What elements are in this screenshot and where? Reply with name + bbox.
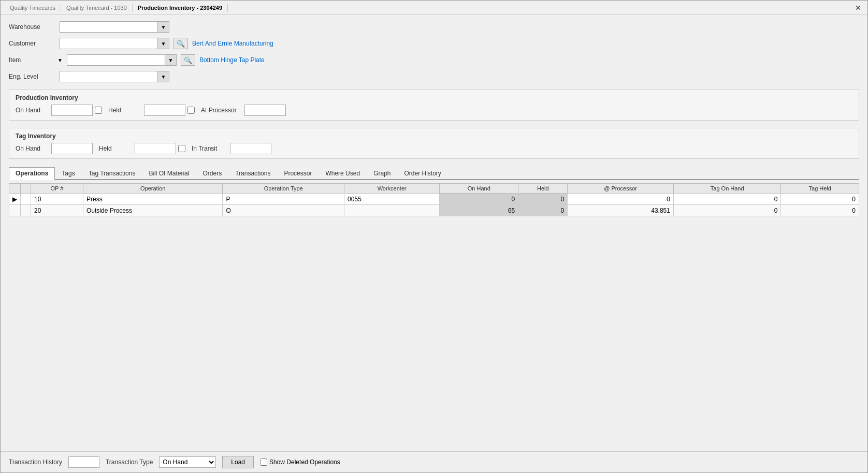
tab-tags[interactable]: Tags — [55, 167, 81, 179]
table-header-row: OP # Operation Operation Type Workcenter… — [9, 184, 859, 194]
table-cell: 0 — [673, 205, 781, 216]
tab-where-used[interactable]: Where Used — [319, 167, 367, 179]
tag-in-transit-field: In Transit 0 — [192, 143, 271, 154]
production-on-hand-label: On Hand — [16, 107, 49, 114]
table-cell: 43.851 — [568, 205, 674, 216]
warehouse-row: Warehouse [All] ▼ — [9, 21, 859, 33]
col-tag-on-hand: Tag On Hand — [673, 184, 781, 194]
item-link[interactable]: Bottom Hinge Tap Plate — [199, 56, 265, 64]
table-cell: 0 — [781, 205, 859, 216]
col-on-hand: On Hand — [440, 184, 518, 194]
customer-dropdown-arrow[interactable]: ▼ — [158, 38, 169, 49]
customer-label: Customer — [9, 40, 55, 47]
show-deleted-checkbox[interactable] — [260, 459, 267, 466]
title-tab-quality-timecard-1030[interactable]: Quality Timecard - 1030 — [61, 4, 133, 12]
footer-bar: Transaction History 30 days Transaction … — [1, 451, 867, 472]
col-held: Held — [518, 184, 568, 194]
tab-orders[interactable]: Orders — [196, 167, 228, 179]
item-input[interactable]: 2304249 — [67, 54, 165, 66]
production-at-processor-input[interactable]: 0 — [244, 105, 286, 116]
table-cell: 10 — [31, 194, 83, 205]
transaction-type-select[interactable]: On HandHeldAt ProcessorTag On HandTag He… — [159, 456, 216, 468]
title-bar: Quality Timecards Quality Timecard - 103… — [1, 1, 867, 15]
operations-table: OP # Operation Operation Type Workcenter… — [9, 183, 859, 216]
production-held-field: Held 0 — [108, 105, 195, 116]
table-row[interactable]: ▶10PressP005500000 — [9, 194, 859, 205]
production-inventory-title: Production Inventory — [16, 94, 852, 101]
item-label: Item — [9, 56, 55, 64]
eng-level-label: Eng. Level — [9, 73, 55, 80]
customer-link[interactable]: Bert And Ernie Manufacturing — [192, 40, 273, 47]
show-deleted-text: Show Deleted Operations — [269, 459, 340, 466]
production-on-hand-checkbox[interactable] — [95, 107, 102, 114]
table-cell — [344, 205, 440, 216]
eng-level-select-wrapper: D ▼ — [60, 71, 169, 82]
production-at-processor-label: At Processor — [201, 107, 242, 114]
title-tab-production-inventory[interactable]: Production Inventory - 2304249 — [133, 4, 228, 12]
tag-held-input[interactable]: 0 — [135, 143, 176, 154]
warehouse-input[interactable]: [All] — [60, 21, 158, 33]
production-inventory-section: Production Inventory On Hand 20 Held 0 A… — [9, 90, 859, 121]
item-search-button[interactable]: 🔍 — [181, 54, 195, 66]
close-button[interactable]: ✕ — [853, 4, 863, 12]
item-dropdown-trigger[interactable]: ▼ — [57, 57, 63, 63]
col-op-num: OP # — [31, 184, 83, 194]
item-label-wrapper: Item ▼ — [9, 56, 63, 64]
tag-on-hand-field: On Hand 27.167 — [16, 143, 93, 154]
item-select-wrapper: 2304249 ▼ — [67, 54, 177, 66]
table-cell: Outside Process — [83, 205, 222, 216]
item-dropdown-arrow[interactable]: ▼ — [165, 54, 177, 66]
transaction-history-input[interactable]: 30 days — [68, 456, 99, 468]
row-check-cell — [21, 205, 31, 216]
tag-on-hand-input[interactable]: 27.167 — [51, 143, 93, 154]
item-row: Item ▼ 2304249 ▼ 🔍 Bottom Hinge Tap Plat… — [9, 54, 859, 66]
row-arrow-cell: ▶ — [9, 194, 21, 205]
tag-inventory-row: On Hand 27.167 Held 0 In Transit 0 — [16, 143, 852, 154]
table-cell: 0 — [518, 205, 568, 216]
tabs-bar: Operations Tags Tag Transactions Bill Of… — [9, 167, 859, 180]
tab-order-history[interactable]: Order History — [398, 167, 448, 179]
production-on-hand-input[interactable]: 20 — [51, 105, 93, 116]
main-window: Quality Timecards Quality Timecard - 103… — [0, 0, 868, 473]
row-arrow-cell — [9, 205, 21, 216]
customer-search-button[interactable]: 🔍 — [173, 38, 188, 49]
production-held-input[interactable]: 0 — [144, 105, 185, 116]
operations-table-container: OP # Operation Operation Type Workcenter… — [9, 183, 859, 445]
tab-tag-transactions[interactable]: Tag Transactions — [82, 167, 142, 179]
col-checkbox — [21, 184, 31, 194]
tab-processor[interactable]: Processor — [277, 167, 319, 179]
title-tab-quality-timecards[interactable]: Quality Timecards — [5, 4, 61, 12]
warehouse-label: Warehouse — [9, 23, 55, 31]
table-cell: 0 — [781, 194, 859, 205]
table-cell: 20 — [31, 205, 83, 216]
production-inventory-row: On Hand 20 Held 0 At Processor 0 — [16, 105, 852, 116]
table-row[interactable]: 20Outside ProcessO65043.85100 — [9, 205, 859, 216]
table-cell: Press — [83, 194, 222, 205]
eng-level-dropdown-arrow[interactable]: ▼ — [158, 71, 169, 82]
col-operation: Operation — [83, 184, 222, 194]
load-button[interactable]: Load — [222, 456, 254, 468]
show-deleted-label[interactable]: Show Deleted Operations — [260, 459, 340, 466]
warehouse-dropdown-arrow[interactable]: ▼ — [158, 21, 169, 33]
col-at-processor: @ Processor — [568, 184, 674, 194]
transaction-type-wrapper: On HandHeldAt ProcessorTag On HandTag He… — [159, 456, 216, 468]
eng-level-row: Eng. Level D ▼ — [9, 71, 859, 82]
col-operation-type: Operation Type — [223, 184, 344, 194]
production-held-checkbox[interactable] — [187, 107, 195, 114]
tab-bill-of-material[interactable]: Bill Of Material — [142, 167, 196, 179]
eng-level-input[interactable]: D — [60, 71, 158, 82]
customer-input[interactable]: Bert And Ernie Manufacturing — [60, 38, 158, 49]
table-cell: P — [223, 194, 344, 205]
tab-graph[interactable]: Graph — [367, 167, 397, 179]
table-cell: 0 — [568, 194, 674, 205]
transaction-type-label: Transaction Type — [106, 459, 153, 466]
tab-transactions[interactable]: Transactions — [228, 167, 277, 179]
customer-row: Customer Bert And Ernie Manufacturing ▼ … — [9, 38, 859, 49]
tab-operations[interactable]: Operations — [9, 167, 55, 180]
tag-held-field: Held 0 — [99, 143, 185, 154]
tag-held-checkbox[interactable] — [178, 145, 185, 152]
tag-in-transit-input[interactable]: 0 — [230, 143, 271, 154]
table-cell: O — [223, 205, 344, 216]
col-tag-held: Tag Held — [781, 184, 859, 194]
tag-on-hand-label: On Hand — [16, 145, 49, 152]
